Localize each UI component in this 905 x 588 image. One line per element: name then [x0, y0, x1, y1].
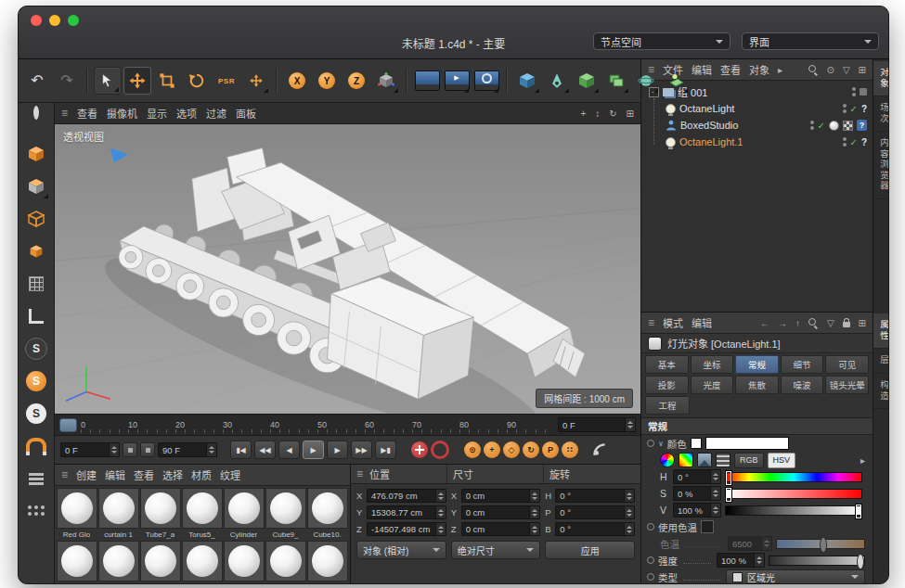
- scene-menu-button[interactable]: [662, 67, 690, 95]
- deformer-menu-button[interactable]: [632, 67, 660, 95]
- object-row-light[interactable]: OctaneLight ✓ ?: [641, 100, 873, 117]
- tab-basic[interactable]: 基本: [645, 355, 689, 374]
- value-field[interactable]: 100 %: [673, 503, 721, 518]
- stepper[interactable]: [710, 487, 720, 500]
- color-picker-image-icon[interactable]: [697, 453, 712, 467]
- rotate-view-icon[interactable]: ↻: [609, 109, 616, 119]
- tab-project[interactable]: 工程: [645, 396, 690, 415]
- dock-tab-attributes[interactable]: 属性: [873, 313, 889, 349]
- rotation-b-field[interactable]: 0 °: [555, 522, 635, 536]
- slider-handle[interactable]: [726, 488, 731, 502]
- visibility-dots[interactable]: [852, 87, 856, 96]
- texture-tag-icon[interactable]: [843, 121, 853, 131]
- viewport-3d[interactable]: 透视视图 网格间距 : 1000 cm: [55, 124, 640, 414]
- timeline-mini-button-2[interactable]: [140, 442, 155, 457]
- viewport-menu-panel[interactable]: 面板: [236, 106, 256, 121]
- octane-light-button[interactable]: S: [22, 400, 50, 428]
- selected-tag-icon[interactable]: ?: [857, 120, 867, 131]
- tab-general[interactable]: 常规: [735, 355, 779, 374]
- object-row-figure[interactable]: BoxedStudio ✓ ?: [641, 117, 873, 134]
- tab-coordinates[interactable]: 坐标: [691, 355, 734, 374]
- range-start-field[interactable]: 0 F: [60, 442, 120, 457]
- layout-dropdown[interactable]: 界面: [742, 32, 879, 50]
- enabled-check-icon[interactable]: ✓: [818, 121, 825, 131]
- tab-visibility[interactable]: 可见: [825, 355, 869, 374]
- size-y-field[interactable]: 0 cm: [461, 505, 541, 519]
- undo-button[interactable]: ↶: [23, 67, 51, 95]
- material-item[interactable]: Torus5_: [182, 488, 222, 539]
- material-item[interactable]: Cube9_: [265, 488, 305, 539]
- stepper[interactable]: [710, 504, 720, 517]
- shader-ball-button[interactable]: [22, 108, 50, 135]
- material-item[interactable]: [224, 541, 264, 582]
- zoom-window-button[interactable]: [68, 15, 79, 26]
- animation-dot-icon[interactable]: [647, 556, 654, 564]
- slider-handle[interactable]: [856, 505, 861, 518]
- viewport-menu-filter[interactable]: 过滤: [206, 106, 226, 121]
- texture-mode-button[interactable]: [22, 173, 50, 200]
- subdivision-surface-menu-button[interactable]: [573, 67, 601, 95]
- material-menu-texture[interactable]: 纹理: [220, 467, 240, 482]
- material-menu-icon[interactable]: ≡: [61, 468, 68, 481]
- saturation-gradient-slider[interactable]: [725, 489, 862, 499]
- stepper[interactable]: [435, 506, 446, 518]
- temperature-slider[interactable]: [776, 539, 865, 549]
- size-mode-dropdown[interactable]: 绝对尺寸: [451, 541, 541, 559]
- viewport-menu-icon[interactable]: ≡: [61, 107, 68, 120]
- enabled-check-icon[interactable]: ✓: [850, 137, 858, 147]
- stepper[interactable]: [109, 443, 119, 456]
- panel-icon[interactable]: ⊞: [859, 65, 866, 75]
- material-item[interactable]: Tube7_a: [140, 488, 180, 539]
- layer-chip[interactable]: [860, 88, 867, 96]
- stepper[interactable]: [529, 523, 539, 535]
- stepper[interactable]: [529, 506, 539, 518]
- key-scale-toggle[interactable]: ◇: [503, 441, 520, 458]
- material-item[interactable]: Cube10.: [307, 488, 347, 539]
- array-button[interactable]: [22, 497, 50, 525]
- spline-pen-menu-button[interactable]: [543, 67, 571, 95]
- stepper[interactable]: [761, 537, 771, 550]
- size-z-field[interactable]: 0 cm: [461, 522, 541, 536]
- z-axis-lock-button[interactable]: Z: [343, 67, 370, 95]
- material-menu-material[interactable]: 材质: [191, 467, 212, 482]
- stepper[interactable]: [624, 490, 634, 502]
- material-item[interactable]: Red Glo: [57, 488, 97, 539]
- stepper[interactable]: [435, 490, 446, 502]
- coords-menu-icon[interactable]: ≡: [356, 467, 363, 480]
- tab-caustics[interactable]: 焦散: [735, 376, 779, 394]
- rotation-h-field[interactable]: 0 °: [555, 489, 635, 503]
- live-selection-tool-button[interactable]: [94, 67, 122, 95]
- om-menu-view[interactable]: 查看: [720, 62, 741, 77]
- frame-ticks[interactable]: 0 10 20 30 40 50 60 70 80 90: [81, 415, 554, 435]
- position-x-field[interactable]: 476.079 cm: [367, 489, 446, 503]
- color-spectrum-icon[interactable]: [679, 453, 693, 467]
- question-tag-icon[interactable]: ?: [861, 104, 867, 114]
- minimize-window-button[interactable]: [49, 15, 60, 26]
- apply-button[interactable]: 应用: [545, 541, 635, 559]
- slider-knob[interactable]: [857, 554, 864, 569]
- stepper[interactable]: [624, 523, 634, 535]
- material-item[interactable]: [182, 541, 222, 582]
- active-tool-button[interactable]: [242, 67, 270, 95]
- value-gradient-slider[interactable]: [725, 505, 862, 516]
- dock-tab-takes[interactable]: 场次: [873, 96, 889, 132]
- color-swatch[interactable]: [705, 437, 789, 450]
- expand-icon[interactable]: ▸: [860, 455, 865, 466]
- visibility-dots[interactable]: [843, 104, 847, 113]
- go-to-end-button[interactable]: ▶▮: [375, 441, 396, 459]
- previous-frame-button[interactable]: ◀: [278, 441, 300, 459]
- history-forward-icon[interactable]: →: [778, 318, 787, 328]
- hue-gradient-slider[interactable]: [725, 472, 862, 482]
- material-item[interactable]: [57, 541, 97, 582]
- next-key-button[interactable]: ▶▶: [351, 441, 372, 459]
- lock-icon[interactable]: [843, 322, 850, 327]
- material-item[interactable]: curtain 1: [98, 488, 138, 539]
- filter-funnel-icon[interactable]: ▽: [827, 318, 834, 328]
- zoom-view-icon[interactable]: ↕: [595, 109, 600, 119]
- material-item[interactable]: Cylinder: [224, 488, 264, 539]
- generator-menu-button[interactable]: [602, 67, 630, 95]
- tab-lens-flare[interactable]: 镜头光晕: [825, 376, 869, 394]
- object-name[interactable]: OctaneLight.1: [679, 136, 743, 147]
- dock-tab-objects[interactable]: 对象: [873, 61, 889, 96]
- rgb-mode-button[interactable]: RGB: [734, 453, 764, 468]
